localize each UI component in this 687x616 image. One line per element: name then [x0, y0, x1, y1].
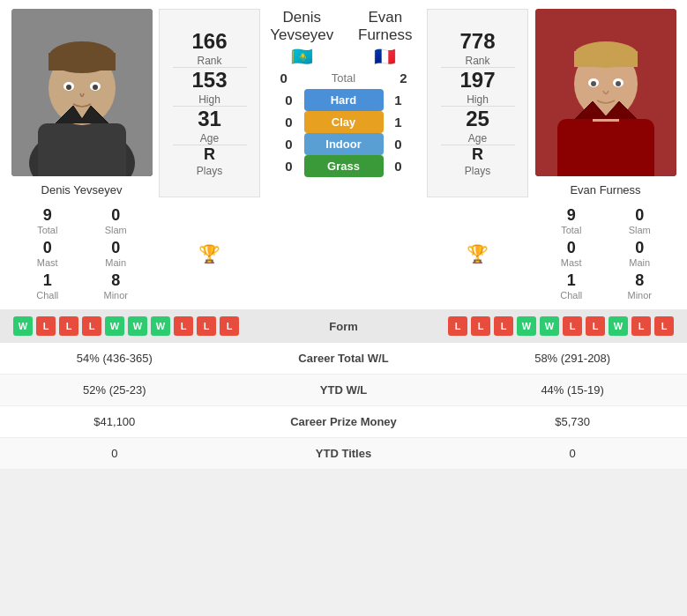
right-form: LLLWWLLWLL — [393, 316, 675, 336]
right-player-name: Evan Furness — [570, 183, 640, 197]
left-minor-stat: 8 Minor — [86, 271, 146, 301]
stat-right-1: 44% (15-19) — [458, 375, 687, 406]
right-form-badge-l: L — [471, 316, 490, 336]
left-age-block: 31 Age — [198, 107, 221, 145]
indoor-left: 0 — [281, 137, 297, 152]
indoor-button[interactable]: Indoor — [304, 133, 384, 155]
left-total-val: 9 — [43, 206, 52, 225]
right-form-badge-w: W — [540, 316, 559, 336]
right-form-badge-w: W — [517, 316, 536, 336]
left-form-badge-w: W — [13, 316, 33, 336]
stats-row-0: 54% (436-365) Career Total W/L 58% (291-… — [0, 343, 687, 375]
right-stats-card: 778 Rank 197 High 25 Age R Plays — [427, 9, 528, 197]
right-main-stat: 0 Main — [610, 239, 670, 268]
stat-left-3: 0 — [0, 438, 229, 470]
right-total-stat: 9 Total — [541, 206, 601, 235]
left-high-value: 153 — [191, 68, 227, 93]
players-section: Denis Yevseyev 166 Rank 153 High 31 Age … — [0, 0, 687, 206]
center-col: Denis Yevseyev 🇰🇿 Evan Furness 🇫🇷 0 Tota… — [260, 9, 427, 197]
left-sub-stats: 9 Total 0 Slam 0 Mast 0 Main 1 Chall — [4, 206, 159, 301]
center-right-name: Evan Furness — [344, 9, 428, 44]
left-mast-lbl: Mast — [37, 257, 58, 268]
left-total-stat: 9 Total — [18, 206, 78, 235]
stat-left-1: 52% (25-23) — [0, 375, 229, 406]
right-total-val: 9 — [567, 206, 576, 225]
left-main-stat: 0 Main — [86, 239, 146, 268]
left-slam-val: 0 — [111, 206, 120, 225]
center-left-name-line2: Yevseyev — [260, 26, 344, 44]
left-form-badge-l: L — [220, 316, 239, 336]
stat-left-0: 54% (436-365) — [0, 343, 229, 375]
svg-point-20 — [616, 81, 621, 86]
right-mast-lbl: Mast — [561, 257, 582, 268]
left-form-badge-w: W — [128, 316, 147, 336]
svg-rect-16 — [574, 51, 638, 67]
left-main-val: 0 — [111, 239, 120, 257]
sub-stats-row: 9 Total 0 Slam 0 Mast 0 Main 1 Chall — [0, 206, 687, 309]
left-flag-display: 🇰🇿 — [260, 46, 344, 67]
left-rank-value: 166 — [191, 29, 227, 55]
left-rank-block: 166 Rank — [191, 29, 227, 67]
stats-row-2: $41,100 Career Prize Money $5,730 — [0, 406, 687, 438]
stat-left-2: $41,100 — [0, 406, 229, 438]
right-high-block: 197 High — [459, 68, 495, 106]
clay-row: 0 Clay 1 — [260, 111, 427, 133]
left-stats-card: 166 Rank 153 High 31 Age R Plays — [159, 9, 260, 197]
center-left-name-line1: Denis — [260, 9, 344, 26]
svg-rect-12 — [557, 119, 654, 176]
right-chall-lbl: Chall — [560, 290, 582, 301]
left-mast-stat: 0 Mast — [18, 239, 78, 268]
left-form: WLLLWWWLLL — [13, 316, 295, 336]
right-slam-stat: 0 Slam — [610, 206, 670, 235]
left-high-label: High — [198, 93, 220, 106]
form-label: Form — [300, 320, 388, 333]
right-form-badge-w: W — [609, 316, 628, 336]
left-rank-label: Rank — [197, 55, 221, 67]
left-main-lbl: Main — [105, 257, 126, 268]
svg-point-19 — [591, 81, 596, 86]
hard-right: 1 — [391, 93, 407, 108]
right-inner-trophy: 🏆 — [427, 206, 528, 301]
right-plays-value: R — [472, 145, 483, 165]
stat-label-1: YTD W/L — [229, 375, 459, 406]
clay-button[interactable]: Clay — [304, 111, 384, 133]
left-form-badge-w: W — [151, 316, 170, 336]
right-flag-display: 🇫🇷 — [344, 46, 428, 67]
stat-label-0: Career Total W/L — [229, 343, 459, 375]
svg-point-10 — [93, 85, 98, 90]
left-trophy-icon: 🏆 — [198, 243, 220, 264]
right-slam-lbl: Slam — [629, 225, 651, 235]
hard-row: 0 Hard 1 — [260, 89, 427, 111]
right-form-badge-l: L — [586, 316, 605, 336]
right-trophy-icon: 🏆 — [467, 243, 489, 264]
right-rank-block: 778 Rank — [459, 29, 495, 67]
stat-right-0: 58% (291-208) — [458, 343, 687, 375]
stats-table: 54% (436-365) Career Total W/L 58% (291-… — [0, 343, 687, 470]
indoor-right: 0 — [391, 137, 407, 152]
left-slam-lbl: Slam — [105, 225, 127, 235]
right-form-badge-l: L — [654, 316, 674, 336]
right-form-badge-l: L — [631, 316, 651, 336]
right-minor-stat: 8 Minor — [610, 271, 670, 301]
left-minor-val: 8 — [111, 271, 120, 290]
left-player-name: Denis Yevseyev — [41, 183, 123, 197]
left-form-badge-l: L — [197, 316, 216, 336]
stats-row-3: 0 YTD Titles 0 — [0, 438, 687, 470]
left-form-badge-l: L — [82, 316, 101, 336]
right-plays-block: R Plays — [465, 145, 490, 177]
stat-right-2: $5,730 — [458, 406, 687, 438]
right-rank-label: Rank — [465, 55, 489, 67]
grass-left: 0 — [281, 159, 297, 174]
grass-right: 0 — [391, 159, 407, 174]
clay-left: 0 — [281, 115, 297, 130]
hard-button[interactable]: Hard — [304, 89, 384, 111]
clay-right: 1 — [391, 115, 407, 130]
left-form-badge-w: W — [105, 316, 124, 336]
svg-rect-2 — [38, 123, 126, 176]
center-names-row: Denis Yevseyev 🇰🇿 Evan Furness 🇫🇷 — [260, 9, 427, 67]
left-form-badge-l: L — [174, 316, 193, 336]
left-age-label: Age — [200, 132, 219, 145]
right-player-name-display: Evan Furness — [570, 182, 640, 197]
grass-button[interactable]: Grass — [304, 155, 384, 177]
total-label: Total — [332, 71, 355, 85]
